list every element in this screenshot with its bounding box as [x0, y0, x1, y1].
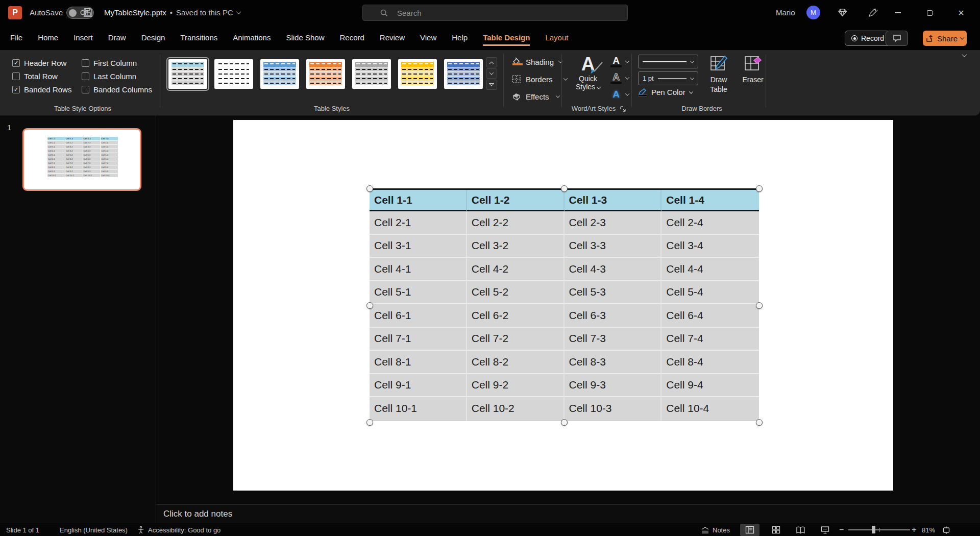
tab-transitions[interactable]: Transitions	[180, 30, 217, 46]
slide-thumbnail[interactable]: Cell 1-1Cell 1-2Cell 1-3Cell 1-4Cell 2-1…	[22, 128, 141, 191]
tab-draw[interactable]: Draw	[108, 30, 126, 46]
table-cell[interactable]: Cell 9-2	[467, 374, 565, 398]
table-handle-bottom-left[interactable]	[366, 419, 373, 426]
share-button[interactable]: Share	[923, 31, 967, 46]
slide-sorter-view-button[interactable]	[766, 524, 786, 536]
table-style-medium-blue[interactable]	[260, 59, 299, 89]
table-cell[interactable]: Cell 8-3	[565, 351, 662, 374]
accessibility-status[interactable]: Accessibility: Good to go	[137, 523, 220, 536]
slideshow-view-button[interactable]	[815, 524, 835, 536]
text-fill-button[interactable]: A	[610, 54, 629, 69]
tab-insert[interactable]: Insert	[74, 30, 93, 46]
pen-sparkle-icon[interactable]	[868, 8, 878, 18]
table-cell[interactable]: Cell 3-4	[662, 235, 759, 258]
table-cell[interactable]: Cell 6-3	[565, 304, 662, 328]
table-cell[interactable]: Cell 7-2	[467, 328, 565, 351]
slide-canvas[interactable]: Cell 1-1Cell 1-2Cell 1-3Cell 1-4Cell 2-1…	[233, 120, 893, 491]
table-cell[interactable]: Cell 4-4	[662, 258, 759, 281]
tab-view[interactable]: View	[420, 30, 436, 46]
table-cell[interactable]: Cell 1-1	[370, 190, 467, 211]
save-icon[interactable]	[83, 8, 93, 17]
table-cell[interactable]: Cell 9-1	[370, 374, 467, 398]
table-cell[interactable]: Cell 8-4	[662, 351, 759, 374]
table-cell[interactable]: Cell 10-4	[662, 397, 759, 421]
text-outline-button[interactable]: A	[610, 70, 629, 85]
table-cell[interactable]: Cell 3-1	[370, 235, 467, 258]
gallery-scroll-down-button[interactable]	[486, 68, 497, 79]
pen-color-button[interactable]: Pen Color	[638, 88, 693, 96]
table-handle-top-middle[interactable]	[561, 185, 568, 192]
zoom-slider-thumb[interactable]	[872, 526, 875, 533]
table-cell[interactable]: Cell 2-4	[662, 211, 759, 235]
table-cell[interactable]: Cell 1-2	[467, 190, 565, 211]
tab-file[interactable]: File	[10, 30, 22, 46]
table-cell[interactable]: Cell 2-3	[565, 211, 662, 235]
table-handle-bottom-middle[interactable]	[561, 419, 568, 426]
document-title[interactable]: MyTableStyle.pptx • Saved to this PC	[104, 8, 240, 17]
table-cell[interactable]: Cell 10-3	[565, 397, 662, 421]
table-cell[interactable]: Cell 5-3	[565, 281, 662, 305]
table-style-gray[interactable]	[352, 59, 391, 89]
table-cell[interactable]: Cell 4-3	[565, 258, 662, 281]
quick-styles-button[interactable]: A Quick Styles	[568, 54, 608, 91]
table-style-blue[interactable]	[444, 59, 483, 89]
normal-view-button[interactable]	[740, 524, 760, 536]
wordart-dialog-launcher-icon[interactable]	[620, 106, 627, 113]
tab-slide-show[interactable]: Slide Show	[286, 30, 324, 46]
tab-layout[interactable]: Layout	[545, 30, 568, 46]
checkbox-last-column[interactable]: Last Column	[82, 72, 168, 81]
checkbox-header-row[interactable]: ✓Header Row	[12, 59, 82, 67]
table-cell[interactable]: Cell 9-3	[565, 374, 662, 398]
reading-view-button[interactable]	[791, 524, 810, 536]
gem-icon[interactable]	[838, 8, 847, 17]
tab-review[interactable]: Review	[380, 30, 405, 46]
table-cell[interactable]: Cell 4-1	[370, 258, 467, 281]
table-cell[interactable]: Cell 5-1	[370, 281, 467, 305]
close-button[interactable]: ✕	[949, 0, 973, 26]
table-cell[interactable]: Cell 7-3	[565, 328, 662, 351]
table-cell[interactable]: Cell 1-3	[565, 190, 662, 211]
notes-pane[interactable]: Click to add notes	[157, 504, 980, 523]
table-cell[interactable]: Cell 8-2	[467, 351, 565, 374]
table-style-custom-light-blue[interactable]	[168, 59, 207, 89]
eraser-button[interactable]: Eraser	[738, 54, 768, 85]
gallery-expand-button[interactable]	[486, 80, 497, 90]
zoom-slider[interactable]	[848, 529, 910, 530]
table-style-gold[interactable]	[398, 59, 437, 89]
table-handle-bottom-right[interactable]	[756, 419, 763, 426]
table-handle-top-right[interactable]	[756, 185, 763, 192]
shading-button[interactable]: Shading	[511, 54, 567, 69]
checkbox-first-column[interactable]: First Column	[82, 59, 168, 67]
table-style-no-style[interactable]	[214, 59, 253, 89]
table-cell[interactable]: Cell 8-1	[370, 351, 467, 374]
maximize-button[interactable]	[918, 0, 941, 26]
checkbox-total-row[interactable]: Total Row	[12, 72, 82, 81]
tab-home[interactable]: Home	[38, 30, 58, 46]
table-handle-middle-right[interactable]	[756, 302, 763, 309]
table-cell[interactable]: Cell 3-2	[467, 235, 565, 258]
table-cell[interactable]: Cell 9-4	[662, 374, 759, 398]
comments-button[interactable]	[886, 31, 908, 46]
search-input[interactable]: Search	[362, 5, 628, 21]
tab-table-design[interactable]: Table Design	[483, 30, 530, 46]
zoom-in-button[interactable]: +	[912, 523, 916, 536]
gallery-scroll-up-button[interactable]	[486, 57, 497, 67]
table-cell[interactable]: Cell 3-3	[565, 235, 662, 258]
tab-design[interactable]: Design	[141, 30, 165, 46]
notes-toggle-button[interactable]: Notes	[701, 523, 730, 536]
slide-table[interactable]: Cell 1-1Cell 1-2Cell 1-3Cell 1-4Cell 2-1…	[370, 188, 759, 421]
effects-button[interactable]: Effects	[511, 89, 567, 104]
table-style-orange[interactable]	[306, 59, 345, 89]
zoom-level[interactable]: 81%	[922, 523, 935, 536]
table-cell[interactable]: Cell 10-2	[467, 397, 565, 421]
table-cell[interactable]: Cell 10-1	[370, 397, 467, 421]
table-cell[interactable]: Cell 6-4	[662, 304, 759, 328]
pen-style-dropdown[interactable]	[638, 55, 698, 68]
table-cell[interactable]: Cell 7-1	[370, 328, 467, 351]
draw-table-button[interactable]: Draw Table	[703, 54, 734, 94]
zoom-out-button[interactable]: −	[839, 523, 844, 536]
collapse-ribbon-button[interactable]	[963, 50, 973, 58]
checkbox-banded-rows[interactable]: ✓Banded Rows	[12, 85, 82, 94]
minimize-button[interactable]	[886, 0, 910, 26]
table-cell[interactable]: Cell 4-2	[467, 258, 565, 281]
